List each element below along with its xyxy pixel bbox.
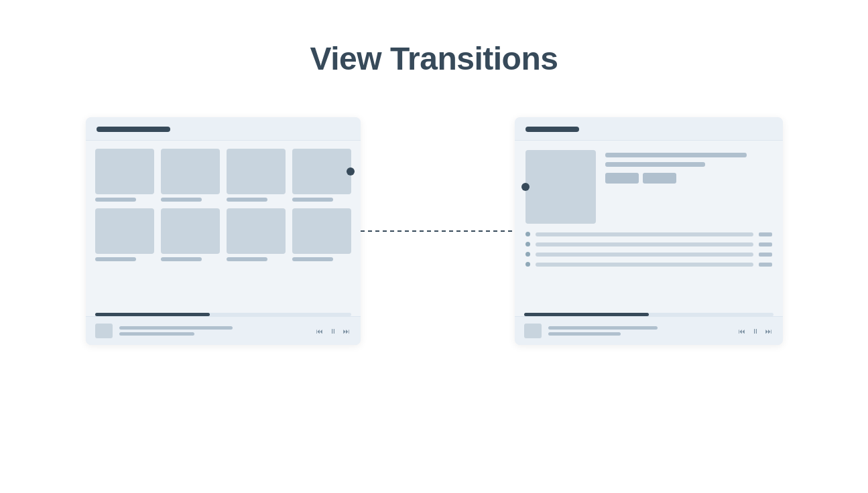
list-dot-1 xyxy=(525,232,530,236)
right-footer-line-2 xyxy=(548,332,621,336)
grid-thumb-2-1 xyxy=(95,208,154,254)
grid-thumb-2-2 xyxy=(161,208,220,254)
page-title: View Transitions xyxy=(310,40,558,77)
list-icon-4 xyxy=(759,263,772,267)
grid-label-2-3 xyxy=(227,257,268,261)
left-rewind-button[interactable]: ⏮ xyxy=(315,326,324,336)
left-footer-thumbnail xyxy=(95,324,113,338)
list-row-4 xyxy=(525,262,772,267)
grid-item-1-4[interactable] xyxy=(292,149,351,202)
grid-thumb-1-1 xyxy=(95,149,154,194)
diagrams-row: ⏮ ⏸ ⏭ xyxy=(86,117,783,345)
detail-top xyxy=(525,150,772,224)
left-header-bar xyxy=(97,127,170,132)
grid-row-2 xyxy=(95,208,351,261)
grid-thumb-1-4 xyxy=(292,149,351,194)
list-icon-1 xyxy=(759,232,772,236)
left-card-header xyxy=(86,117,361,141)
left-card-body xyxy=(86,141,361,313)
list-line-3 xyxy=(536,253,753,257)
list-line-4 xyxy=(536,263,753,267)
left-card-footer: ⏮ ⏸ ⏭ xyxy=(86,316,361,345)
grid-thumb-2-3 xyxy=(227,208,286,254)
right-footer-thumbnail xyxy=(524,324,542,338)
detail-list xyxy=(525,232,772,267)
list-row-1 xyxy=(525,232,772,236)
left-footer-text xyxy=(119,326,308,336)
list-icon-3 xyxy=(759,253,772,257)
list-line-1 xyxy=(536,232,753,236)
grid-item-2-1 xyxy=(95,208,154,261)
list-row-2 xyxy=(525,242,772,246)
meta-tags xyxy=(605,173,772,184)
right-header-bar xyxy=(525,127,579,132)
grid-label-1-4 xyxy=(292,198,334,202)
grid-label-2-1 xyxy=(95,257,137,261)
grid-item-2-3 xyxy=(227,208,286,261)
left-pause-button[interactable]: ⏸ xyxy=(328,326,338,336)
right-forward-button[interactable]: ⏭ xyxy=(764,326,773,336)
left-footer-line-2 xyxy=(119,332,195,336)
right-footer-text xyxy=(548,326,731,336)
grid-item-2-2 xyxy=(161,208,220,261)
right-pause-button[interactable]: ⏸ xyxy=(751,326,760,336)
grid-item-1-3 xyxy=(227,149,286,202)
transition-connector-svg xyxy=(361,224,515,238)
right-rewind-button[interactable]: ⏮ xyxy=(737,326,747,336)
meta-line-2 xyxy=(605,162,705,167)
connector-area xyxy=(361,117,515,345)
grid-item-1-1 xyxy=(95,149,154,202)
grid-item-2-4 xyxy=(292,208,351,261)
grid-label-2-2 xyxy=(161,257,202,261)
list-dot-3 xyxy=(525,252,530,257)
list-icon-2 xyxy=(759,242,772,246)
left-footer-line-1 xyxy=(119,326,233,330)
right-footer-line-1 xyxy=(548,326,658,330)
grid-label-1-2 xyxy=(161,198,202,202)
transition-left-dot xyxy=(347,167,355,175)
transition-right-dot xyxy=(521,183,530,191)
grid-thumb-1-2 xyxy=(161,149,220,194)
list-dot-4 xyxy=(525,262,530,267)
left-wireframe-card: ⏮ ⏸ ⏭ xyxy=(86,117,361,345)
list-dot-2 xyxy=(525,242,530,246)
left-forward-button[interactable]: ⏭ xyxy=(342,326,351,336)
list-row-3 xyxy=(525,252,772,257)
detail-meta xyxy=(605,150,772,224)
list-line-2 xyxy=(536,242,753,246)
grid-thumb-2-4 xyxy=(292,208,351,254)
right-card-body xyxy=(515,141,783,313)
grid-item-1-2 xyxy=(161,149,220,202)
right-card-footer: ⏮ ⏸ ⏭ xyxy=(515,316,783,345)
grid-label-1-3 xyxy=(227,198,268,202)
left-footer-controls: ⏮ ⏸ ⏭ xyxy=(315,326,351,336)
grid-label-2-4 xyxy=(292,257,334,261)
grid-label-1-1 xyxy=(95,198,137,202)
meta-tag-b xyxy=(643,173,676,184)
right-wireframe-card: ⏮ ⏸ ⏭ xyxy=(515,117,783,345)
right-card-header xyxy=(515,117,783,141)
right-footer-controls: ⏮ ⏸ ⏭ xyxy=(737,326,773,336)
detail-image xyxy=(525,150,596,224)
grid-row-1 xyxy=(95,149,351,202)
meta-tag-a xyxy=(605,173,639,184)
grid-thumb-1-3 xyxy=(227,149,286,194)
meta-line-1 xyxy=(605,153,747,157)
